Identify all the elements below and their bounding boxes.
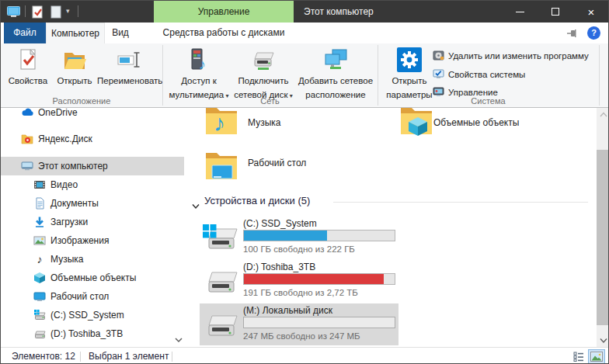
desktop-icon — [33, 290, 46, 303]
drive-free-space: 247 МБ свободно из 247 МБ — [243, 331, 360, 341]
selection-count: Выбран 1 элемент — [89, 351, 169, 362]
cube-icon — [33, 272, 46, 284]
drive-tile-c[interactable]: (C:) SSD_System 100 ГБ свободно из 222 Г… — [200, 217, 398, 258]
download-arrow-icon — [33, 216, 46, 228]
sidebar-item-this-pc[interactable]: Этот компьютер — [1, 157, 184, 175]
explorer-window: Управление Этот компьютер Файл Компьютер… — [0, 0, 609, 364]
drive-d-icon — [203, 266, 238, 296]
drive-tile-d[interactable]: (D:) Toshiba_3TB 191 ГБ свободно из 2,72… — [200, 260, 398, 302]
media-access-icon: ♪ — [186, 47, 211, 72]
map-network-drive-button[interactable]: Подключить сетевой диск — [231, 45, 295, 96]
maximize-button[interactable] — [538, 1, 573, 23]
sidebar-item-pictures[interactable]: Изображения — [1, 231, 184, 250]
add-network-location-button[interactable]: Добавить сетевое расположение — [295, 45, 376, 96]
ribbon-separator — [599, 45, 600, 106]
drive-name: (D:) Toshiba_3TB — [243, 262, 315, 272]
this-pc-icon — [21, 160, 33, 172]
system-properties-label: Свойства системы — [448, 70, 525, 79]
sidebar-item-documents[interactable]: Документы — [1, 194, 184, 213]
sidebar-item-drive-c[interactable]: (C:) SSD_System — [1, 306, 184, 324]
open-settings-button[interactable]: Открыть параметры — [383, 45, 436, 96]
tab-view[interactable]: Вид — [105, 23, 136, 43]
scroll-down-icon[interactable] — [597, 334, 609, 347]
uninstall-program-icon — [433, 50, 445, 62]
media-access-button[interactable]: ♪ Доступ к мультимедиа — [166, 45, 231, 96]
rename-label: Переименовать — [97, 76, 162, 85]
ribbon: Свойства Открыть Переименовать Расположе… — [1, 43, 609, 108]
drive-tile-m[interactable]: (M:) Локальный диск 247 МБ свободно из 2… — [200, 303, 398, 345]
sidebar-item-yandex-disk[interactable]: Яндекс.Диск — [1, 130, 184, 148]
sidebar-item-music[interactable]: Музыка — [1, 250, 184, 269]
sidebar-item-label: (C:) SSD_System — [50, 310, 124, 321]
rename-button[interactable]: Переименовать — [97, 45, 161, 96]
drive-usage-bar — [243, 317, 395, 328]
details-view-button[interactable] — [570, 349, 587, 364]
collapse-chevron-icon[interactable] — [192, 199, 200, 205]
uninstall-program-label: Удалить или изменить программу — [448, 51, 589, 61]
scroll-up-icon[interactable] — [597, 108, 609, 121]
system-properties-icon — [433, 68, 445, 81]
sidebar-item-label: Видео — [50, 179, 78, 190]
sidebar-item-label: Яндекс.Диск — [38, 133, 92, 144]
uninstall-program-button[interactable]: Удалить или изменить программу — [433, 49, 589, 63]
music-note-icon — [33, 253, 46, 265]
sidebar-item-3d-objects[interactable]: Объемные объекты — [1, 269, 184, 287]
properties-icon — [16, 47, 40, 72]
folder-name: Рабочий стол — [248, 158, 306, 168]
minimize-button[interactable] — [502, 1, 538, 23]
this-pc-icon[interactable] — [6, 5, 20, 19]
qat-separator — [78, 5, 78, 17]
drive-usage-fill — [244, 231, 327, 241]
sidebar-item-downloads[interactable]: Загрузки — [1, 213, 184, 231]
tab-computer[interactable]: Компьютер — [46, 23, 105, 43]
section-rule — [333, 202, 588, 203]
drive-d-icon — [33, 328, 46, 340]
folder-tile-3d-objects[interactable]: Объемные объекты — [184, 108, 378, 145]
file-list-pane: ♪ Музыка Объемные объекты Рабочий стол У… — [184, 108, 597, 347]
video-icon — [33, 179, 46, 191]
properties-label: Свойства — [9, 76, 48, 85]
maximize-icon — [552, 8, 559, 16]
new-item-quick-icon[interactable] — [49, 5, 63, 19]
open-folder-icon — [62, 47, 87, 72]
title-bar: Управление Этот компьютер — [1, 1, 609, 23]
drive-free-space: 100 ГБ свободно из 222 ГБ — [243, 244, 355, 254]
sidebar-item-label: Изображения — [50, 235, 109, 246]
vertical-scrollbar[interactable] — [597, 108, 609, 347]
scrollbar-thumb[interactable] — [597, 150, 609, 325]
section-title[interactable]: Устройства и диски (5) — [204, 195, 310, 206]
sidebar-scroll-down-icon[interactable] — [173, 335, 184, 345]
folder-tile-desktop[interactable]: Рабочий стол — [184, 148, 378, 185]
close-button[interactable] — [573, 1, 609, 23]
map-network-drive-icon — [251, 47, 276, 72]
sidebar-item-drive-d[interactable]: (D:) Toshiba_3TB — [1, 324, 184, 343]
group-label-network: Сеть — [162, 96, 378, 107]
desktop-folder-icon — [204, 148, 238, 182]
context-tab-manage[interactable]: Управление — [154, 1, 294, 23]
properties-quick-icon[interactable] — [30, 5, 44, 19]
picture-icon — [33, 234, 46, 247]
thumbnail-view-button[interactable] — [588, 349, 605, 364]
group-label-system: Система — [378, 96, 599, 107]
document-icon — [33, 197, 46, 210]
status-separator — [172, 352, 172, 362]
help-button[interactable] — [587, 26, 600, 40]
drive-usage-fill — [244, 274, 384, 284]
open-label: Открыть — [57, 76, 92, 85]
properties-button[interactable]: Свойства — [5, 45, 50, 96]
tab-disk-tools[interactable]: Средства работы с дисками — [154, 23, 294, 43]
open-button[interactable]: Открыть — [52, 45, 97, 96]
system-properties-button[interactable]: Свойства системы — [433, 68, 525, 81]
sidebar-item-videos[interactable]: Видео — [1, 175, 184, 194]
tab-file[interactable]: Файл — [4, 23, 46, 43]
sidebar-item-label: OneDrive — [38, 108, 78, 118]
drive-name: (M:) Локальный диск — [243, 305, 332, 316]
section-header-devices-and-drives: Устройства и диски (5) — [184, 195, 597, 210]
svg-text:♪: ♪ — [199, 57, 206, 72]
sidebar-item-onedrive[interactable]: OneDrive — [1, 108, 184, 122]
qat-dropdown-icon[interactable] — [66, 8, 70, 15]
yandex-disk-icon — [21, 133, 33, 145]
sidebar-item-desktop[interactable]: Рабочий стол — [1, 287, 184, 306]
pin-ribbon-icon[interactable] — [566, 28, 578, 39]
navigation-pane: OneDrive Яндекс.Диск Этот компьютер Виде… — [1, 108, 184, 347]
